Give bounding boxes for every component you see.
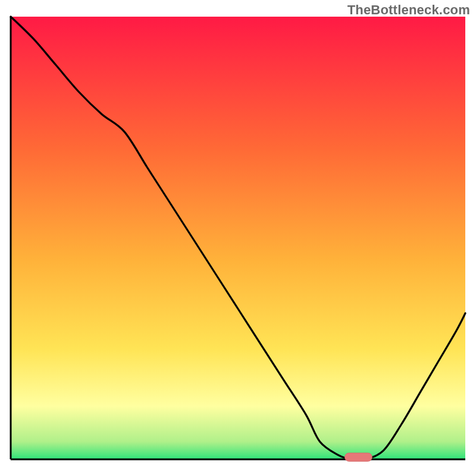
minimum-marker <box>345 453 372 461</box>
chart-container: TheBottleneck.com <box>0 0 476 476</box>
plot-background <box>11 17 465 459</box>
bottleneck-chart <box>0 0 476 476</box>
